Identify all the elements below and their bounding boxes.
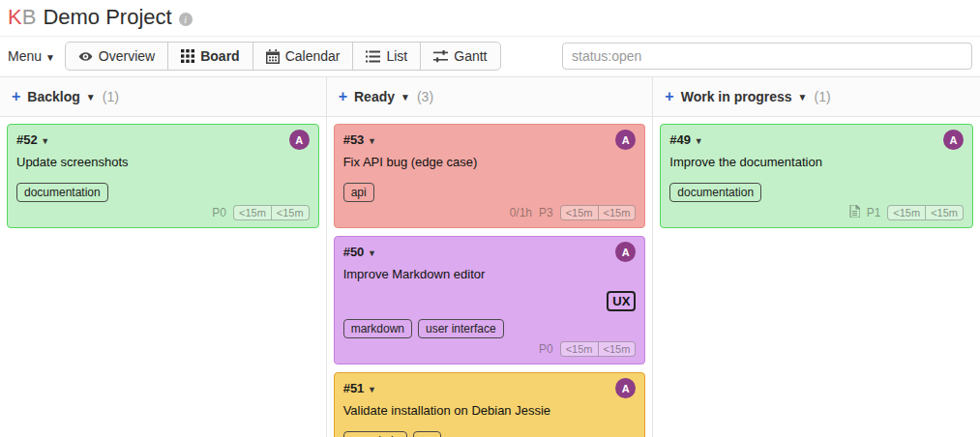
task-title: Update screenshots bbox=[16, 155, 310, 169]
column-backlog: #52 ▼ A Update screenshots documentation… bbox=[0, 117, 327, 437]
add-task-icon[interactable]: + bbox=[339, 89, 347, 104]
chevron-down-icon: ▼ bbox=[41, 136, 49, 146]
task-card-50[interactable]: #50 ▼ A Improve Markdown editor UX markd… bbox=[334, 236, 646, 364]
task-id-label: #52 bbox=[16, 132, 38, 147]
tab-label: Gantt bbox=[454, 48, 487, 64]
time-estimate-group: <15m <15m bbox=[233, 205, 310, 220]
chevron-down-icon[interactable]: ▼ bbox=[86, 92, 96, 102]
column-header-ready: + Ready ▼ (3) bbox=[327, 77, 654, 116]
priority-label: P0 bbox=[212, 206, 226, 219]
avatar[interactable]: A bbox=[943, 130, 964, 150]
card-footer: 0/1h P3 <15m <15m bbox=[343, 204, 637, 221]
column-title[interactable]: Ready bbox=[354, 89, 395, 104]
page-header: KB Demo Project i bbox=[0, 0, 980, 37]
task-title: Validate installation on Debian Jessie bbox=[343, 403, 637, 418]
add-task-icon[interactable]: + bbox=[12, 89, 20, 104]
chevron-down-icon: ▼ bbox=[368, 136, 376, 146]
card-top-row: #50 ▼ A bbox=[343, 242, 637, 265]
task-count: (1) bbox=[814, 89, 830, 104]
time-box: <15m bbox=[925, 205, 964, 220]
chevron-down-icon: ▼ bbox=[368, 385, 376, 394]
task-card-52[interactable]: #52 ▼ A Update screenshots documentation… bbox=[7, 124, 319, 228]
chevron-down-icon: ▼ bbox=[45, 52, 55, 63]
time-box: <15m bbox=[598, 341, 637, 357]
priority-label: P0 bbox=[539, 342, 553, 356]
time-box: <15m bbox=[887, 205, 925, 220]
task-id[interactable]: #53 ▼ bbox=[343, 130, 376, 147]
tab-label: Board bbox=[200, 48, 239, 64]
tag: api bbox=[343, 183, 374, 202]
time-estimate-group: <15m <15m bbox=[560, 205, 637, 220]
tab-label: Calendar bbox=[285, 48, 341, 64]
list-icon bbox=[366, 50, 380, 63]
menu-dropdown[interactable]: Menu ▼ bbox=[8, 48, 55, 64]
tab-gantt[interactable]: Gantt bbox=[420, 43, 499, 70]
card-footer: P0 <15m <15m bbox=[343, 340, 637, 358]
task-count: (3) bbox=[417, 89, 433, 104]
tag: user interface bbox=[418, 319, 504, 338]
tab-calendar[interactable]: Calendar bbox=[252, 43, 353, 70]
task-card-49[interactable]: #49 ▼ A Improve the documentation docume… bbox=[660, 124, 973, 228]
tag: markdown bbox=[343, 319, 412, 338]
tags-row: api bbox=[343, 183, 637, 202]
card-top-row: #49 ▼ A bbox=[669, 130, 964, 153]
time-estimate-group: <15m <15m bbox=[887, 205, 964, 220]
menu-label: Menu bbox=[8, 48, 42, 64]
task-id[interactable]: #49 ▼ bbox=[669, 130, 702, 147]
avatar[interactable]: A bbox=[289, 130, 310, 150]
chevron-down-icon: ▼ bbox=[695, 136, 703, 146]
task-title: Improve Markdown editor bbox=[343, 267, 637, 281]
tags-row: documentation bbox=[669, 183, 964, 202]
time-estimate-group: <15m <15m bbox=[560, 341, 637, 357]
task-id[interactable]: #50 ▼ bbox=[343, 242, 376, 259]
board-grid-icon bbox=[181, 49, 194, 63]
eye-icon bbox=[78, 49, 93, 64]
tag: documentation bbox=[669, 183, 761, 202]
chevron-down-icon[interactable]: ▼ bbox=[798, 92, 808, 102]
task-id[interactable]: #52 ▼ bbox=[16, 130, 49, 147]
task-card-53[interactable]: #53 ▼ A Fix API bug (edge case) api 0/1h… bbox=[334, 124, 646, 228]
tab-overview[interactable]: Overview bbox=[66, 43, 167, 70]
task-count: (1) bbox=[103, 89, 119, 104]
chevron-down-icon[interactable]: ▼ bbox=[401, 92, 410, 102]
time-box: <15m bbox=[233, 205, 271, 220]
card-top-row: #52 ▼ A bbox=[16, 130, 310, 153]
column-header-backlog: + Backlog ▼ (1) bbox=[0, 77, 327, 116]
logo-letter-b: B bbox=[22, 5, 37, 29]
avatar[interactable]: A bbox=[615, 242, 636, 262]
app-logo: KB bbox=[8, 5, 36, 30]
task-card-51[interactable]: #51 ▼ A Validate installation on Debian … bbox=[334, 372, 646, 437]
project-title: Demo Project bbox=[43, 5, 171, 30]
gantt-sliders-icon bbox=[433, 50, 448, 63]
time-tracking-label: 0/1h bbox=[510, 206, 532, 219]
board-column-headers: + Backlog ▼ (1) + Ready ▼ (3) + Work in … bbox=[0, 76, 980, 117]
time-box: <15m bbox=[598, 205, 637, 220]
column-title[interactable]: Work in progress bbox=[681, 89, 792, 104]
tab-board[interactable]: Board bbox=[167, 43, 252, 70]
task-id-label: #49 bbox=[669, 132, 691, 147]
search-input[interactable] bbox=[562, 43, 972, 70]
task-title: Fix API bug (edge case) bbox=[343, 155, 637, 169]
task-id-label: #50 bbox=[343, 245, 365, 259]
add-task-icon[interactable]: + bbox=[665, 89, 673, 104]
board: #52 ▼ A Update screenshots documentation… bbox=[0, 117, 980, 437]
task-title: Improve the documentation bbox=[669, 155, 964, 169]
card-footer: P0 <15m <15m bbox=[16, 204, 310, 221]
category-badge-row: UX bbox=[343, 291, 637, 311]
column-title[interactable]: Backlog bbox=[27, 89, 79, 104]
tag: os bbox=[413, 431, 441, 437]
time-box: <15m bbox=[560, 341, 598, 357]
tab-label: Overview bbox=[99, 48, 155, 64]
avatar[interactable]: A bbox=[615, 130, 636, 150]
task-id[interactable]: #51 ▼ bbox=[343, 378, 376, 395]
category-badge: UX bbox=[607, 291, 636, 311]
tab-list[interactable]: List bbox=[352, 43, 420, 70]
task-id-label: #51 bbox=[343, 381, 365, 395]
avatar[interactable]: A bbox=[615, 378, 636, 398]
tag: sysadmin bbox=[343, 431, 408, 437]
card-footer: P1 <15m <15m bbox=[669, 204, 964, 221]
info-icon[interactable]: i bbox=[179, 13, 193, 26]
tags-row: markdown user interface bbox=[343, 319, 637, 338]
view-switcher: Overview Board Calendar List Gantt bbox=[65, 42, 501, 71]
task-id-label: #53 bbox=[343, 132, 365, 147]
